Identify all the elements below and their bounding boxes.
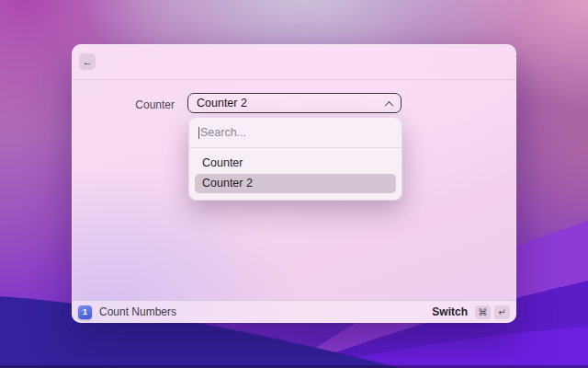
back-button[interactable]: ← xyxy=(79,53,96,70)
count-numbers-app-icon: 1 xyxy=(78,305,92,319)
back-arrow-icon: ← xyxy=(83,56,93,67)
dropdown-search-row xyxy=(189,118,401,148)
command-key-icon: ⌘ xyxy=(475,305,491,319)
counter-select-value: Counter 2 xyxy=(197,97,386,109)
footer-action-bar: 1 Count Numbers Switch ⌘ ↵ xyxy=(72,300,516,323)
switch-action-button[interactable]: Switch ⌘ ↵ xyxy=(432,305,510,319)
switch-action-label: Switch xyxy=(432,305,468,318)
dropdown-option-counter[interactable]: Counter xyxy=(195,154,396,173)
window-header: ← xyxy=(72,44,516,80)
chevron-up-icon xyxy=(385,101,394,110)
counter-dropdown-menu: Counter Counter 2 xyxy=(188,117,402,201)
counter-select[interactable]: Counter 2 xyxy=(187,93,401,113)
counter-field-label: Counter xyxy=(72,98,175,111)
command-title: Count Numbers xyxy=(99,305,432,318)
dropdown-option-counter-2[interactable]: Counter 2 xyxy=(195,174,396,193)
text-caret xyxy=(198,127,199,139)
return-key-icon: ↵ xyxy=(494,305,510,319)
app-icon-number: 1 xyxy=(83,307,87,316)
app-window: ← Counter Counter 2 Counter Counter 2 1 … xyxy=(72,44,516,323)
dropdown-search-input[interactable] xyxy=(200,118,392,147)
dropdown-options-list: Counter Counter 2 xyxy=(189,148,401,193)
